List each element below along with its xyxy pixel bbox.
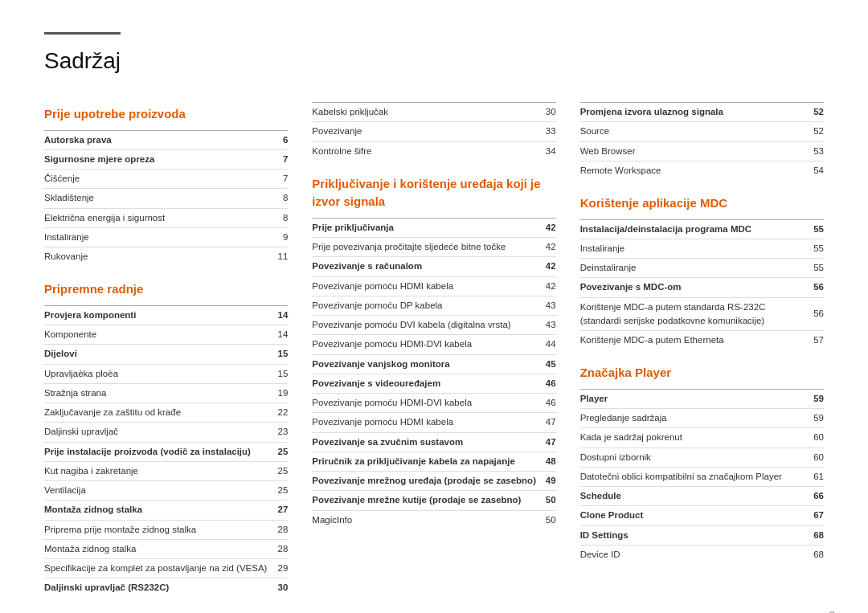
section-title: Pripremne radnje (44, 280, 288, 299)
row-label: Montaža zidnog stalka (44, 539, 270, 558)
row-page: 48 (538, 452, 555, 471)
row-label: Daljinski upravljač (44, 423, 270, 442)
row-page: 68 (805, 545, 824, 564)
table-row: Kabelski priključak30 (312, 103, 555, 122)
page-title: Sadržaj (44, 32, 121, 78)
table-row: Povezivanje s videouređajem46 (312, 374, 555, 393)
toc-table: Prije priključivanja42Prije povezivanja … (312, 218, 555, 529)
row-label: MagicInfo (312, 510, 538, 529)
row-page: 52 (797, 122, 824, 141)
row-label: Rukovanje (44, 247, 257, 267)
table-row: Daljinski upravljač (RS232C)30 (44, 578, 288, 598)
table-row: Korištenje MDC-a putem Etherneta57 (580, 331, 824, 350)
row-label: Pregledanje sadržaja (580, 409, 805, 428)
row-page: 46 (538, 394, 555, 413)
table-row: Stražnja strana19 (44, 383, 288, 403)
row-label: Kontrolne šifre (312, 141, 510, 161)
row-page: 14 (270, 305, 288, 325)
row-page: 43 (538, 296, 555, 315)
table-row: Povezivanje s MDC-om56 (580, 278, 824, 297)
row-label: Dijelovi (44, 345, 270, 364)
row-page: 55 (806, 259, 824, 278)
table-row: Povezivanje pomoću DVI kabela (digitalna… (312, 316, 555, 335)
table-row: Povezivanje vanjskog monitora45 (312, 354, 555, 374)
row-page: 15 (270, 345, 288, 364)
table-row: Provjera komponenti14 (44, 305, 288, 325)
row-label: Daljinski upravljač (RS232C) (44, 578, 270, 598)
row-page: 25 (270, 442, 288, 461)
row-page: 25 (270, 481, 288, 501)
col1: Prije upotrebe proizvodaAutorska prava6S… (44, 102, 312, 612)
row-label: Povezivanje mrežne kutije (prodaje se za… (312, 491, 538, 510)
row-page: 60 (805, 428, 824, 447)
row-page: 42 (538, 218, 555, 237)
table-row: Povezivanje pomoću DP kabela43 (312, 296, 555, 315)
row-page: 67 (805, 506, 824, 525)
section-title: Priključivanje i korištenje uređaja koji… (312, 175, 555, 211)
table-row: Priručnik za priključivanje kabela za na… (312, 452, 555, 471)
table-row: Autorska prava6 (44, 130, 288, 149)
table-row: Skladištenje8 (44, 189, 288, 208)
table-row: MagicInfo50 (312, 510, 555, 529)
row-label: Komponente (44, 325, 270, 345)
row-page: 8 (257, 208, 289, 227)
row-label: Čišćenje (44, 170, 257, 189)
row-page: 56 (806, 278, 824, 297)
row-label: Montaža zidnog stalka (44, 501, 270, 520)
table-row: Povezivanje pomoću HDMI kabela42 (312, 276, 555, 296)
row-label: Clone Product (580, 506, 805, 525)
row-page: 23 (270, 423, 288, 442)
row-label: Povezivanje pomoću HDMI-DVI kabela (312, 394, 538, 413)
table-row: Instaliranje9 (44, 227, 288, 247)
row-label: Remote Workspace (580, 161, 797, 180)
table-row: Player59 (580, 389, 824, 408)
row-label: Specifikacije za komplet za postavljanje… (44, 559, 270, 578)
toc-columns: Prije upotrebe proizvodaAutorska prava6S… (44, 102, 824, 612)
row-page: 15 (270, 364, 288, 383)
table-row: Remote Workspace54 (580, 161, 824, 180)
table-row: Deinstaliranje55 (580, 259, 824, 278)
section-title: Prije upotrebe proizvoda (44, 105, 288, 124)
row-page: 19 (270, 383, 288, 403)
row-label: Upravljaèka ploèa (44, 364, 270, 383)
table-row: Daljinski upravljač23 (44, 423, 288, 442)
table-row: Instalacija/deinstalacija programa MDC55 (580, 219, 824, 239)
table-row: Kut nagiba i zakretanje25 (44, 461, 288, 480)
row-page: 9 (257, 227, 289, 247)
row-page: 8 (257, 189, 289, 208)
row-label: Kada je sadržaj pokrenut (580, 428, 805, 447)
toc-table: Instalacija/deinstalacija programa MDC55… (580, 219, 824, 350)
row-label: Provjera komponenti (44, 305, 270, 325)
row-label: Ventilacija (44, 481, 270, 501)
row-page: 22 (270, 403, 288, 423)
row-page: 60 (805, 447, 824, 467)
toc-table: Player59Pregledanje sadržaja59Kada je sa… (580, 389, 824, 564)
row-label: Povezivanje pomoću DP kabela (312, 296, 538, 315)
table-row: Specifikacije za komplet za postavljanje… (44, 559, 288, 578)
row-page: 11 (257, 247, 289, 267)
row-page: 44 (538, 335, 555, 354)
row-page: 33 (510, 122, 555, 141)
row-label: Povezivanje s računalom (312, 257, 538, 276)
row-label: ID Settings (580, 525, 805, 545)
row-label: Instaliranje (580, 239, 806, 258)
row-label: Player (580, 389, 805, 408)
toc-table: Autorska prava6Sigurnosne mjere opreza7Č… (44, 130, 288, 267)
row-page: 50 (538, 491, 555, 510)
table-row: Kontrolne šifre34 (312, 141, 555, 161)
row-page: 30 (510, 103, 555, 122)
table-row: Povezivanje33 (312, 122, 555, 141)
table-row: Kada je sadržaj pokrenut60 (580, 428, 824, 447)
table-row: Pregledanje sadržaja59 (580, 409, 824, 428)
row-label: Sigurnosne mjere opreza (44, 149, 257, 169)
row-label: Priručnik za priključivanje kabela za na… (312, 452, 538, 471)
section-title: Korištenje aplikacije MDC (580, 194, 824, 213)
row-page: 27 (270, 501, 288, 520)
row-page: 66 (805, 487, 824, 506)
row-label: Prije povezivanja pročitajte sljedeće bi… (312, 238, 538, 257)
table-row: Povezivanje s računalom42 (312, 257, 555, 276)
table-row: Električna energija i sigurnost8 (44, 208, 288, 227)
row-page: 47 (538, 432, 555, 452)
table-row: Ventilacija25 (44, 481, 288, 501)
table-row: Prije priključivanja42 (312, 218, 555, 237)
